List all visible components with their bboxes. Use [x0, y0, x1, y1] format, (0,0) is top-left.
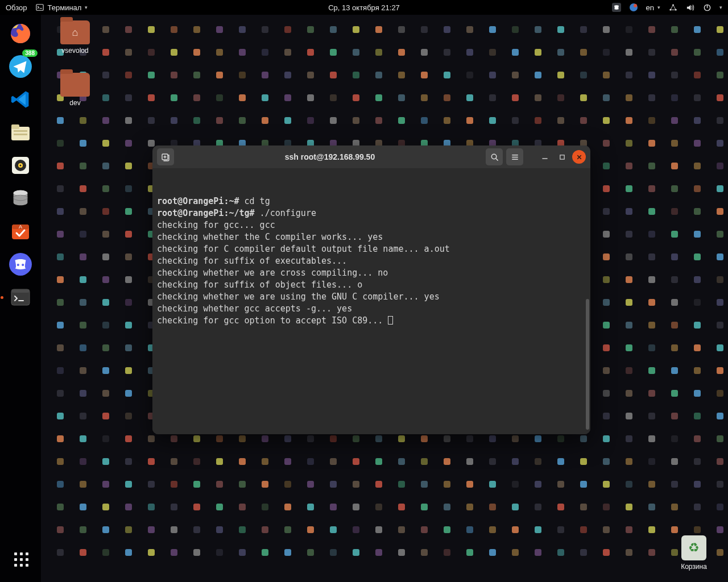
- svg-rect-37: [26, 564, 28, 567]
- svg-rect-32: [14, 558, 17, 561]
- new-tab-button[interactable]: [157, 148, 174, 165]
- desktop-folder-label: vsevolod: [52, 47, 98, 55]
- input-language-label: en: [646, 3, 654, 12]
- dock: 388A: [0, 15, 41, 582]
- power-icon[interactable]: [702, 3, 712, 12]
- terminal-title: ssh root@192.168.99.50: [177, 152, 482, 161]
- svg-text:A: A: [19, 224, 22, 230]
- svg-point-17: [20, 165, 22, 167]
- notification-tray-icon[interactable]: [629, 3, 638, 12]
- network-icon[interactable]: [668, 3, 677, 12]
- svg-rect-33: [20, 558, 23, 561]
- recycle-icon: ♻: [681, 535, 706, 560]
- input-language[interactable]: en ▾: [646, 3, 660, 12]
- desktop-folder-dev[interactable]: dev: [52, 73, 98, 107]
- dock-telegram[interactable]: 388: [5, 51, 36, 82]
- trash[interactable]: ♻ Корзина: [671, 535, 717, 571]
- terminal-body[interactable]: root@OrangePi:~# cd tg root@OrangePi:~/t…: [152, 168, 590, 434]
- svg-rect-11: [11, 124, 19, 129]
- maximize-button[interactable]: [555, 150, 569, 164]
- svg-rect-31: [26, 552, 28, 555]
- terminal-window: ssh root@192.168.99.50 root@OrangePi:~# …: [152, 146, 590, 434]
- app-menu-label: Терминал: [48, 3, 82, 12]
- terminal-icon: [35, 3, 44, 12]
- app-menu[interactable]: Терминал ▾: [35, 3, 88, 12]
- dock-rhythmbox[interactable]: [5, 150, 36, 181]
- terminal-titlebar[interactable]: ssh root@192.168.99.50: [152, 146, 590, 168]
- chevron-down-icon: ▾: [719, 5, 722, 10]
- dock-files[interactable]: [5, 117, 36, 148]
- dock-badge: 388: [22, 49, 38, 57]
- desktop-folder-label: dev: [52, 99, 98, 107]
- volume-icon[interactable]: [685, 3, 694, 12]
- svg-rect-34: [26, 558, 28, 561]
- svg-rect-36: [20, 564, 23, 567]
- svg-point-25: [17, 264, 19, 266]
- svg-rect-30: [20, 552, 23, 555]
- clock[interactable]: Ср, 13 октября 21:27: [328, 3, 400, 12]
- scrollbar[interactable]: [586, 299, 589, 430]
- folder-icon: ⌂: [60, 20, 90, 44]
- chevron-down-icon: ▾: [85, 5, 88, 10]
- activities-button[interactable]: Обзор: [6, 3, 27, 12]
- show-applications-button[interactable]: [5, 543, 36, 574]
- dock-terminal[interactable]: [5, 282, 36, 313]
- svg-rect-40: [560, 155, 564, 159]
- dock-dbeaver[interactable]: [5, 183, 36, 214]
- close-button[interactable]: [572, 150, 586, 164]
- desktop-folder-vsevolod[interactable]: ⌂vsevolod: [52, 20, 98, 55]
- svg-rect-12: [14, 130, 27, 132]
- discord-tray-icon[interactable]: [612, 3, 621, 12]
- terminal-output: root@OrangePi:~# cd tg root@OrangePi:~/t…: [157, 196, 586, 327]
- svg-rect-29: [14, 552, 17, 555]
- svg-point-39: [491, 154, 496, 159]
- svg-point-3: [634, 4, 637, 7]
- svg-point-26: [22, 264, 24, 266]
- dock-software[interactable]: A: [5, 216, 36, 247]
- menu-button[interactable]: [506, 148, 523, 165]
- dock-firefox[interactable]: [5, 18, 36, 49]
- trash-label: Корзина: [671, 563, 717, 571]
- folder-icon: [60, 73, 90, 97]
- svg-rect-28: [11, 289, 30, 293]
- dock-discord[interactable]: [5, 249, 36, 280]
- top-bar: Обзор Терминал ▾ Ср, 13 октября 21:27 en…: [0, 0, 728, 15]
- minimize-button[interactable]: [538, 150, 552, 164]
- search-button[interactable]: [486, 148, 503, 165]
- chevron-down-icon: ▾: [657, 5, 660, 10]
- dock-vscode[interactable]: [5, 84, 36, 115]
- svg-rect-35: [14, 564, 17, 567]
- svg-rect-13: [14, 134, 27, 135]
- svg-rect-0: [36, 5, 43, 11]
